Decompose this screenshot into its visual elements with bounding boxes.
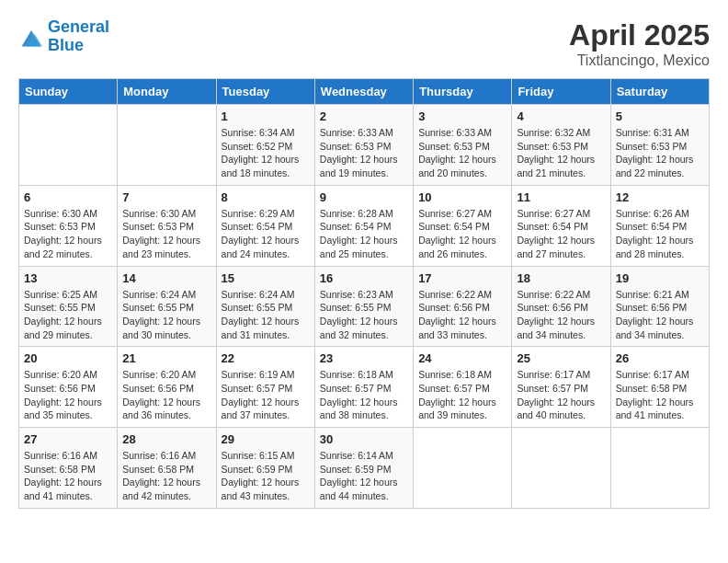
calendar-cell: 9Sunrise: 6:28 AMSunset: 6:54 PMDaylight… (314, 185, 413, 266)
col-header-monday: Monday (118, 79, 216, 105)
calendar-cell: 4Sunrise: 6:32 AMSunset: 6:53 PMDaylight… (512, 105, 610, 186)
day-info: Sunrise: 6:30 AMSunset: 6:53 PMDaylight:… (24, 207, 112, 261)
day-number: 12 (616, 190, 704, 204)
calendar-cell (610, 428, 709, 509)
day-info: Sunrise: 6:32 AMSunset: 6:53 PMDaylight:… (517, 126, 605, 180)
day-info: Sunrise: 6:22 AMSunset: 6:56 PMDaylight:… (418, 288, 506, 342)
day-number: 16 (320, 271, 408, 285)
day-number: 17 (418, 271, 506, 285)
day-info: Sunrise: 6:33 AMSunset: 6:53 PMDaylight:… (320, 126, 408, 180)
day-info: Sunrise: 6:33 AMSunset: 6:53 PMDaylight:… (418, 126, 506, 180)
day-number: 28 (122, 432, 210, 446)
day-number: 26 (616, 351, 704, 365)
day-number: 6 (24, 190, 112, 204)
calendar-cell: 11Sunrise: 6:27 AMSunset: 6:54 PMDayligh… (512, 185, 610, 266)
day-number: 21 (122, 351, 210, 365)
day-info: Sunrise: 6:19 AMSunset: 6:57 PMDaylight:… (222, 368, 310, 422)
day-info: Sunrise: 6:26 AMSunset: 6:54 PMDaylight:… (616, 207, 704, 261)
calendar-week-row: 6Sunrise: 6:30 AMSunset: 6:53 PMDaylight… (19, 185, 710, 266)
day-info: Sunrise: 6:15 AMSunset: 6:59 PMDaylight:… (222, 449, 310, 503)
col-header-wednesday: Wednesday (314, 79, 413, 105)
day-info: Sunrise: 6:31 AMSunset: 6:53 PMDaylight:… (616, 126, 704, 180)
day-info: Sunrise: 6:34 AMSunset: 6:52 PMDaylight:… (222, 126, 310, 180)
calendar-week-row: 13Sunrise: 6:25 AMSunset: 6:55 PMDayligh… (19, 266, 710, 347)
day-number: 8 (222, 190, 310, 204)
day-number: 15 (222, 271, 310, 285)
day-info: Sunrise: 6:25 AMSunset: 6:55 PMDaylight:… (24, 288, 112, 342)
calendar-week-row: 20Sunrise: 6:20 AMSunset: 6:56 PMDayligh… (19, 347, 710, 428)
calendar-cell: 5Sunrise: 6:31 AMSunset: 6:53 PMDaylight… (610, 105, 709, 186)
calendar-title: April 2025 (569, 18, 710, 52)
day-number: 19 (616, 271, 704, 285)
calendar-subtitle: Tixtlancingo, Mexico (569, 52, 710, 69)
calendar-cell: 30Sunrise: 6:14 AMSunset: 6:59 PMDayligh… (314, 428, 413, 509)
col-header-tuesday: Tuesday (216, 79, 314, 105)
day-info: Sunrise: 6:22 AMSunset: 6:56 PMDaylight:… (517, 288, 605, 342)
day-info: Sunrise: 6:27 AMSunset: 6:54 PMDaylight:… (418, 207, 506, 261)
day-number: 9 (320, 190, 408, 204)
calendar-cell: 17Sunrise: 6:22 AMSunset: 6:56 PMDayligh… (414, 266, 512, 347)
calendar-cell: 25Sunrise: 6:17 AMSunset: 6:57 PMDayligh… (512, 347, 610, 428)
logo-blue: Blue (48, 36, 84, 54)
day-number: 10 (418, 190, 506, 204)
calendar-cell: 22Sunrise: 6:19 AMSunset: 6:57 PMDayligh… (216, 347, 314, 428)
day-number: 7 (122, 190, 210, 204)
calendar-cell: 8Sunrise: 6:29 AMSunset: 6:54 PMDaylight… (216, 185, 314, 266)
day-number: 20 (24, 351, 112, 365)
title-block: April 2025 Tixtlancingo, Mexico (569, 18, 710, 69)
page-header: General Blue April 2025 Tixtlancingo, Me… (18, 18, 710, 69)
day-info: Sunrise: 6:20 AMSunset: 6:56 PMDaylight:… (24, 368, 112, 422)
day-number: 27 (24, 432, 112, 446)
calendar-cell: 2Sunrise: 6:33 AMSunset: 6:53 PMDaylight… (314, 105, 413, 186)
calendar-cell: 16Sunrise: 6:23 AMSunset: 6:55 PMDayligh… (314, 266, 413, 347)
calendar-cell: 24Sunrise: 6:18 AMSunset: 6:57 PMDayligh… (414, 347, 512, 428)
day-number: 14 (122, 271, 210, 285)
day-number: 25 (517, 351, 605, 365)
calendar-cell (414, 428, 512, 509)
calendar-cell: 7Sunrise: 6:30 AMSunset: 6:53 PMDaylight… (118, 185, 216, 266)
day-info: Sunrise: 6:28 AMSunset: 6:54 PMDaylight:… (320, 207, 408, 261)
day-number: 22 (222, 351, 310, 365)
logo-general: General (48, 17, 109, 36)
calendar-cell: 26Sunrise: 6:17 AMSunset: 6:58 PMDayligh… (610, 347, 709, 428)
day-number: 18 (517, 271, 605, 285)
col-header-saturday: Saturday (610, 79, 709, 105)
day-number: 24 (418, 351, 506, 365)
day-number: 23 (320, 351, 408, 365)
calendar-table: SundayMondayTuesdayWednesdayThursdayFrid… (18, 78, 710, 509)
day-info: Sunrise: 6:18 AMSunset: 6:57 PMDaylight:… (320, 368, 408, 422)
calendar-cell (19, 105, 118, 186)
day-number: 11 (517, 190, 605, 204)
day-info: Sunrise: 6:18 AMSunset: 6:57 PMDaylight:… (418, 368, 506, 422)
calendar-cell: 19Sunrise: 6:21 AMSunset: 6:56 PMDayligh… (610, 266, 709, 347)
day-number: 29 (222, 432, 310, 446)
day-number: 1 (222, 109, 310, 123)
day-info: Sunrise: 6:21 AMSunset: 6:56 PMDaylight:… (616, 288, 704, 342)
day-info: Sunrise: 6:29 AMSunset: 6:54 PMDaylight:… (222, 207, 310, 261)
day-number: 13 (24, 271, 112, 285)
calendar-cell: 3Sunrise: 6:33 AMSunset: 6:53 PMDaylight… (414, 105, 512, 186)
calendar-cell: 20Sunrise: 6:20 AMSunset: 6:56 PMDayligh… (19, 347, 118, 428)
calendar-cell: 28Sunrise: 6:16 AMSunset: 6:58 PMDayligh… (118, 428, 216, 509)
calendar-cell: 21Sunrise: 6:20 AMSunset: 6:56 PMDayligh… (118, 347, 216, 428)
calendar-cell: 23Sunrise: 6:18 AMSunset: 6:57 PMDayligh… (314, 347, 413, 428)
day-info: Sunrise: 6:23 AMSunset: 6:55 PMDaylight:… (320, 288, 408, 342)
day-info: Sunrise: 6:24 AMSunset: 6:55 PMDaylight:… (122, 288, 210, 342)
calendar-cell: 29Sunrise: 6:15 AMSunset: 6:59 PMDayligh… (216, 428, 314, 509)
day-info: Sunrise: 6:20 AMSunset: 6:56 PMDaylight:… (122, 368, 210, 422)
day-number: 4 (517, 109, 605, 123)
day-info: Sunrise: 6:17 AMSunset: 6:58 PMDaylight:… (616, 368, 704, 422)
calendar-cell: 6Sunrise: 6:30 AMSunset: 6:53 PMDaylight… (19, 185, 118, 266)
calendar-cell (512, 428, 610, 509)
logo: General Blue (18, 18, 109, 55)
calendar-cell (118, 105, 216, 186)
calendar-cell: 15Sunrise: 6:24 AMSunset: 6:55 PMDayligh… (216, 266, 314, 347)
calendar-cell: 18Sunrise: 6:22 AMSunset: 6:56 PMDayligh… (512, 266, 610, 347)
calendar-week-row: 1Sunrise: 6:34 AMSunset: 6:52 PMDaylight… (19, 105, 710, 186)
day-info: Sunrise: 6:27 AMSunset: 6:54 PMDaylight:… (517, 207, 605, 261)
day-number: 3 (418, 109, 506, 123)
day-number: 5 (616, 109, 704, 123)
day-number: 30 (320, 432, 408, 446)
day-info: Sunrise: 6:30 AMSunset: 6:53 PMDaylight:… (122, 207, 210, 261)
calendar-cell: 12Sunrise: 6:26 AMSunset: 6:54 PMDayligh… (610, 185, 709, 266)
